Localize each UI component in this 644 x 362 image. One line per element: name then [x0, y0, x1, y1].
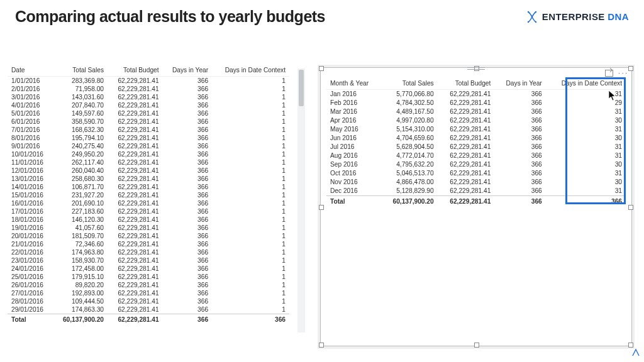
table-row[interactable]: Jun 20164,704,659.6062,229,281.4136630 — [326, 134, 626, 143]
table-row[interactable]: 13/01/2016258,680.3062,229,281.413661 — [8, 175, 289, 183]
cell: 27/01/2016 — [8, 289, 52, 297]
table-row[interactable]: 17/01/2016227,183.6062,229,281.413661 — [8, 207, 289, 216]
cell: Total — [8, 314, 52, 324]
table-row[interactable]: Mar 20164,489,167.5062,229,281.4136631 — [326, 107, 626, 116]
cell: 366 — [163, 142, 213, 150]
cell: 62,229,281.41 — [108, 224, 163, 232]
cell: 366 — [494, 178, 545, 187]
table-row[interactable]: 12/01/2016260,040.4062,229,281.413661 — [8, 167, 289, 175]
table-row[interactable]: 5/01/2016149,597.6062,229,281.413661 — [8, 109, 289, 118]
cell: 174,963.80 — [52, 248, 108, 256]
table-row[interactable]: 11/01/2016262,117.4062,229,281.413661 — [8, 158, 289, 167]
cell: 18/01/2016 — [8, 216, 52, 224]
column-header[interactable]: Total Sales — [52, 66, 108, 77]
column-header[interactable]: Days in Date Context — [212, 66, 289, 77]
drag-grip-icon[interactable] — [464, 67, 489, 70]
more-options-icon[interactable]: · · · — [618, 70, 627, 77]
table-row[interactable]: Aug 20164,772,014.7062,229,281.4136631 — [326, 151, 626, 160]
cell: 11/01/2016 — [8, 158, 52, 167]
resize-handle[interactable] — [319, 343, 324, 348]
table-row[interactable]: 19/01/201641,057.6062,229,281.413661 — [8, 224, 289, 232]
resize-handle[interactable] — [628, 343, 633, 348]
table-row[interactable]: 27/01/2016192,893.0062,229,281.413661 — [8, 289, 289, 297]
table-row[interactable]: 26/01/201689,820.2062,229,281.413661 — [8, 281, 289, 289]
vertical-scrollbar[interactable] — [297, 69, 305, 332]
table-row[interactable]: May 20165,154,310.0062,229,281.4136631 — [326, 125, 626, 134]
table-row[interactable]: 6/01/2016358,590.7062,229,281.413661 — [8, 118, 289, 126]
cell: 62,229,281.41 — [438, 143, 495, 151]
cell: 62,229,281.41 — [438, 195, 495, 206]
cell: 366 — [163, 150, 213, 158]
column-header[interactable]: Days in Date Context — [546, 79, 626, 89]
resize-handle[interactable] — [319, 66, 324, 71]
resize-handle[interactable] — [474, 343, 479, 348]
cell: 62,229,281.41 — [108, 77, 163, 85]
table-row[interactable]: Sep 20164,795,632.2062,229,281.4136630 — [326, 160, 626, 169]
table-row[interactable]: Apr 20164,997,020.8062,229,281.4136630 — [326, 116, 626, 125]
table-row[interactable]: 15/01/2016231,927.2062,229,281.413661 — [8, 191, 289, 199]
table-row[interactable]: 24/01/2016172,458.0062,229,281.413661 — [8, 265, 289, 273]
column-header[interactable]: Month & Year — [326, 79, 380, 89]
cell: 1 — [212, 85, 289, 93]
cell: 1 — [212, 265, 289, 273]
cell: 366 — [212, 314, 289, 324]
table-row[interactable]: 29/01/2016174,863.3062,229,281.413661 — [8, 305, 289, 314]
table-row[interactable]: Jan 20165,770,066.8062,229,281.4136631 — [326, 89, 626, 99]
table-row[interactable]: Dec 20165,128,829.9062,229,281.4136631 — [326, 187, 626, 196]
table-row[interactable]: Feb 20164,784,302.5062,229,281.4136629 — [326, 99, 626, 107]
table-row[interactable]: 1/01/2016283,369.8062,229,281.413661 — [8, 77, 289, 85]
column-header[interactable]: Total Budget — [438, 79, 495, 89]
cell: 31 — [546, 169, 626, 178]
table-row[interactable]: Jul 20165,628,904.5062,229,281.4136631 — [326, 143, 626, 151]
total-row[interactable]: Total60,137,900.2062,229,281.41366366 — [8, 314, 289, 324]
monthly-table: Month & YearTotal SalesTotal BudgetDays … — [326, 79, 626, 206]
table-row[interactable]: 20/01/2016181,509.7062,229,281.413661 — [8, 232, 289, 240]
table-row[interactable]: 28/01/2016109,444.5062,229,281.413661 — [8, 297, 289, 305]
table-row[interactable]: 22/01/2016174,963.8062,229,281.413661 — [8, 248, 289, 256]
subscribe-icon[interactable] — [631, 348, 640, 359]
table-row[interactable]: 9/01/2016240,275.4062,229,281.413661 — [8, 142, 289, 150]
cell: 62,229,281.41 — [108, 256, 163, 265]
column-header[interactable]: Days in Year — [163, 66, 213, 77]
table-row[interactable]: 10/01/2016249,950.2062,229,281.413661 — [8, 150, 289, 158]
table-row[interactable]: Oct 20165,046,513.7062,229,281.4136631 — [326, 169, 626, 178]
cell: 227,183.60 — [52, 207, 108, 216]
column-header[interactable]: Total Budget — [108, 66, 163, 77]
table-row[interactable]: 23/01/2016158,930.7062,229,281.413661 — [8, 256, 289, 265]
resize-handle[interactable] — [319, 205, 324, 210]
table-row[interactable]: Nov 20164,866,478.0062,229,281.4136630 — [326, 178, 626, 187]
cell: 366 — [163, 93, 213, 101]
table-row[interactable]: 21/01/201672,346.6062,229,281.413661 — [8, 240, 289, 248]
column-header[interactable]: Total Sales — [380, 79, 438, 89]
total-row[interactable]: Total60,137,900.2062,229,281.41366366 — [326, 195, 626, 206]
table-row[interactable]: 25/01/2016179,915.1062,229,281.413661 — [8, 273, 289, 281]
table-row[interactable]: 16/01/2016201,690.1062,229,281.413661 — [8, 199, 289, 207]
cell: 12/01/2016 — [8, 167, 52, 175]
monthly-table-visual[interactable]: · · · Month & YearTotal SalesTotal Budge… — [319, 66, 633, 348]
cell: 6/01/2016 — [8, 118, 52, 126]
table-row[interactable]: 4/01/2016207,840.7062,229,281.413661 — [8, 101, 289, 109]
resize-handle[interactable] — [628, 66, 633, 71]
table-row[interactable]: 3/01/2016143,031.6062,229,281.413661 — [8, 93, 289, 101]
column-header[interactable]: Date — [8, 66, 52, 77]
table-row[interactable]: 18/01/2016146,120.3062,229,281.413661 — [8, 216, 289, 224]
scrollbar-thumb[interactable] — [299, 70, 304, 106]
resize-handle[interactable] — [628, 205, 633, 210]
cell: 1 — [212, 256, 289, 265]
daily-table-visual[interactable]: DateTotal SalesTotal BudgetDays in YearD… — [8, 66, 306, 348]
table-row[interactable]: 8/01/2016195,794.1062,229,281.413661 — [8, 134, 289, 142]
cell: 72,346.60 — [52, 240, 108, 248]
table-row[interactable]: 14/01/2016106,871.7062,229,281.413661 — [8, 183, 289, 191]
table-row[interactable]: 2/01/201671,958.0062,229,281.413661 — [8, 85, 289, 93]
cell: 23/01/2016 — [8, 256, 52, 265]
cell: 146,120.30 — [52, 216, 108, 224]
focus-mode-icon[interactable] — [605, 70, 613, 77]
cell: 62,229,281.41 — [108, 134, 163, 142]
cell: 283,369.80 — [52, 77, 108, 85]
column-header[interactable]: Days in Year — [494, 79, 545, 89]
cell: 62,229,281.41 — [108, 183, 163, 191]
cell: 1 — [212, 297, 289, 305]
table-row[interactable]: 7/01/2016168,632.3062,229,281.413661 — [8, 126, 289, 134]
cell: 366 — [163, 85, 213, 93]
cell: 158,930.70 — [52, 256, 108, 265]
